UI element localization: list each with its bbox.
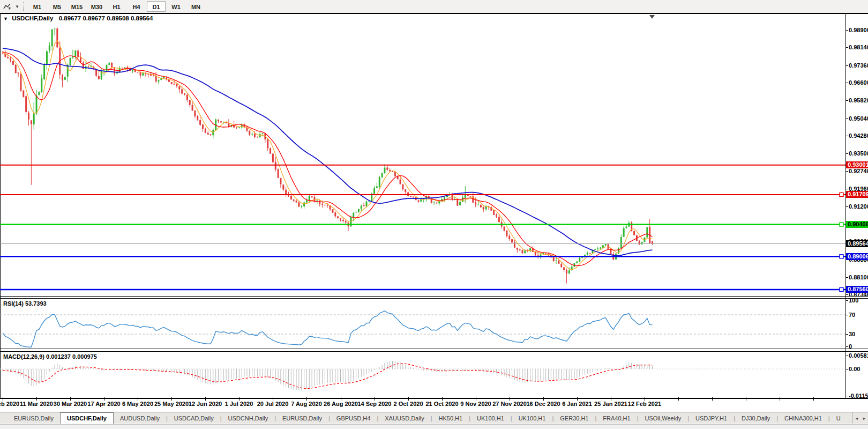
date-tick-mark (510, 397, 510, 401)
chart-cursor-icon[interactable] (1, 1, 14, 12)
price-axis-border (845, 14, 846, 398)
macd-tick-mark (845, 369, 848, 369)
rsi-label: RSI(14) 53.7393 (3, 300, 47, 307)
price-level-badge: 0.91709 (846, 191, 868, 198)
price-level-badge: 0.87560 (846, 286, 868, 293)
rsi-tick-label: 30 (849, 331, 855, 337)
rsi-tick-label: 0 (849, 343, 852, 350)
symbol-tab-uk100-h1[interactable]: UK100,H1 (512, 413, 552, 424)
price-tick-label: 0.98900 (849, 27, 868, 33)
date-tick-label: 6 May 2020 (122, 401, 153, 407)
date-tick-mark (543, 397, 544, 401)
price-tick-mark (845, 206, 848, 207)
symbol-tab-eurusd-daily[interactable]: EURUSD,Daily (8, 413, 60, 424)
macd-tick-mark (845, 356, 848, 356)
date-tick-mark (36, 397, 37, 401)
rsi-indicator-canvas[interactable] (0, 299, 845, 349)
symbol-tab-dj30-daily[interactable]: DJ30,Daily (735, 413, 776, 424)
macd-tick-label: -0.01151 (849, 393, 868, 399)
date-tick-label: 7 Aug 2020 (291, 401, 322, 407)
time-axis-border (0, 398, 868, 399)
timeframe-button-h4[interactable]: H4 (127, 1, 146, 12)
date-tick-mark (678, 397, 679, 401)
timeframe-button-d1[interactable]: D1 (147, 1, 166, 12)
symbol-tab-ger30-h1[interactable]: GER30,H1 (553, 413, 595, 424)
tab-scroll-buttons: ◂ ▸ (852, 412, 868, 424)
price-tick-mark (845, 189, 848, 189)
date-tick-label: 17 Apr 2020 (87, 401, 120, 407)
price-tick-mark (845, 119, 848, 119)
status-strip (0, 424, 868, 429)
rsi-tick-mark (845, 346, 848, 347)
timeframe-button-m15[interactable]: M15 (68, 1, 86, 12)
main-chart-canvas[interactable] (0, 14, 845, 296)
date-tick-mark (138, 397, 138, 401)
symbol-tab-xauusd-daily[interactable]: XAUUSD,Daily (378, 413, 430, 424)
date-tick-mark (442, 397, 443, 401)
date-tick-label: 25 May 2020 (154, 401, 189, 407)
date-tick-label: 12 Jun 2020 (189, 401, 222, 407)
date-tick-label: 25 Jan 2021 (594, 401, 627, 407)
symbol-tab-usdcad-daily[interactable]: USDCAD,Daily (168, 413, 220, 424)
timeframe-button-m30[interactable]: M30 (87, 1, 106, 12)
toolbar-grip (23, 2, 24, 11)
date-tick-label: 20 Jul 2020 (257, 401, 289, 407)
price-tick-mark (845, 294, 848, 295)
date-tick-label: 2 Oct 2020 (393, 401, 423, 407)
date-tick-mark (577, 397, 578, 401)
price-tick-mark (845, 136, 848, 136)
date-tick-mark (408, 397, 409, 401)
date-tick-mark (70, 397, 71, 401)
rsi-tick-label: 100 (849, 297, 858, 304)
price-tick-label: 0.98140 (849, 44, 868, 50)
date-tick-label: 30 Mar 2020 (54, 401, 87, 407)
date-tick-mark (3, 397, 3, 401)
symbol-tab-usdjpy-h1[interactable]: USDJPY,H1 (689, 413, 734, 424)
symbol-tab-usdcnh-daily[interactable]: USDCNH,Daily (222, 413, 275, 424)
date-tick-mark (273, 397, 273, 401)
chart-shift-marker[interactable] (649, 15, 655, 19)
price-tick-mark (845, 100, 848, 101)
caret-down-icon[interactable]: ▾ (14, 4, 20, 9)
macd-indicator-canvas[interactable] (0, 352, 845, 397)
timeframe-button-m5[interactable]: M5 (48, 1, 66, 12)
timeframe-button-w1[interactable]: W1 (167, 1, 185, 12)
timeframe-button-h1[interactable]: H1 (107, 1, 126, 12)
macd-label: MACD(12,26,9) 0.001237 0.000975 (3, 353, 97, 360)
price-tick-label: 0.92740 (849, 168, 868, 174)
rsi-tick-mark (845, 334, 848, 335)
timeframe-button-mn[interactable]: MN (186, 1, 205, 12)
collapse-triangle-icon[interactable]: ▼ (3, 16, 8, 21)
scroll-right-arrow-icon[interactable]: ▸ (860, 416, 868, 421)
main-pane-bottom-border (0, 296, 868, 297)
date-tick-mark (104, 397, 104, 401)
symbol-tab-u[interactable]: U (830, 413, 847, 424)
scroll-left-arrow-icon[interactable]: ◂ (853, 416, 860, 421)
top-toolbar: ▾ M1M5M15M30H1H4D1W1MN (0, 0, 868, 13)
date-tick-mark (712, 397, 713, 401)
symbol-tab-audusd-daily[interactable]: AUDUSD,Daily (114, 413, 166, 424)
symbol-tab-usdchf-daily[interactable]: USDCHF,Daily (60, 412, 114, 424)
macd-tick-label: 0.00 (849, 366, 860, 372)
symbol-tab-eurusd-daily[interactable]: EURUSD,Daily (276, 413, 328, 424)
date-tick-mark (611, 397, 611, 401)
rsi-tick-label: 70 (849, 312, 855, 318)
date-tick-mark (780, 397, 780, 401)
date-tick-label: 14 Sep 2020 (358, 401, 392, 407)
symbol-tab-gbpusd-h4[interactable]: GBPUSD,H4 (330, 413, 377, 424)
symbol-tab-hk50-h1[interactable]: HK50,H1 (432, 413, 469, 424)
symbol-tab-uk100-h1[interactable]: UK100,H1 (470, 413, 511, 424)
price-tick-mark (845, 153, 848, 154)
symbol-tabs: EURUSD,DailyUSDCHF,DailyAUDUSD,Daily|USD… (8, 412, 847, 424)
symbol-tab-usoil-weekly[interactable]: USOil,Weekly (639, 413, 688, 424)
price-tick-label: 0.91200 (849, 203, 868, 210)
timeframe-button-m1[interactable]: M1 (28, 1, 47, 12)
date-tick-mark (476, 397, 476, 401)
symbol-tab-china300-h1[interactable]: CHINA300,H1 (778, 413, 828, 424)
price-tick-label: 0.95040 (849, 115, 868, 122)
price-tick-label: 0.93500 (849, 150, 868, 157)
date-tick-label: 21 Oct 2020 (425, 401, 458, 407)
date-tick-mark (341, 397, 341, 401)
symbol-tab-fra40-h1[interactable]: FRA40,H1 (596, 413, 637, 424)
date-tick-mark (645, 397, 645, 401)
